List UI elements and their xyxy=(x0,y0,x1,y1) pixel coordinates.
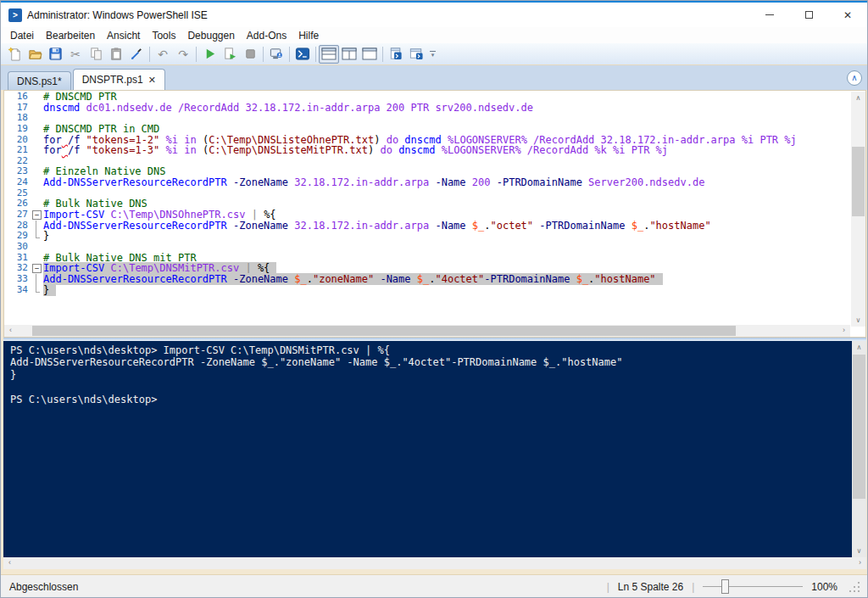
scroll-left-arrow-icon[interactable]: ‹ xyxy=(4,325,17,337)
run-selection-button[interactable] xyxy=(220,45,240,64)
toolbar-overflow-button[interactable]: ▾ xyxy=(430,51,436,57)
line-number: 30 xyxy=(4,242,31,253)
menu-bar: DateiBearbeitenAnsichtToolsDebuggenAdd-O… xyxy=(1,27,867,43)
code-text: dnscmd dc01.ndsedv.de /RecordAdd 32.18.1… xyxy=(43,103,533,114)
zoom-level: 100% xyxy=(811,581,837,593)
minimize-button[interactable] xyxy=(750,3,789,27)
maximize-button[interactable] xyxy=(789,3,828,27)
token-arg: 200 xyxy=(472,176,491,188)
new-remote-powershell-tab-button[interactable] xyxy=(266,45,287,64)
save-button[interactable] xyxy=(45,45,65,64)
paste-button[interactable] xyxy=(106,45,126,64)
show-script-pane-icon xyxy=(409,47,424,61)
editor-vertical-scrollbar[interactable]: ∧ ∨ xyxy=(851,92,865,327)
token-cmd: Add-DNSServerResourceRecordPTR xyxy=(43,176,227,188)
line-number: 19 xyxy=(4,124,31,135)
close-button[interactable]: ✕ xyxy=(828,3,867,27)
code-line-29[interactable]: 29} xyxy=(4,231,850,242)
scroll-right-arrow-icon[interactable]: › xyxy=(837,325,850,337)
menu-item-debuggen[interactable]: Debuggen xyxy=(181,28,240,43)
fold-gutter xyxy=(31,166,43,177)
menu-item-ansicht[interactable]: Ansicht xyxy=(101,28,146,43)
stop-operation-button[interactable] xyxy=(240,45,260,64)
zoom-slider-thumb[interactable] xyxy=(721,579,729,594)
fold-gutter xyxy=(31,231,43,242)
status-separator: | xyxy=(607,581,609,593)
token-str: "octet" xyxy=(490,220,533,232)
script-tabs: DNS.ps1*DNSPTR.ps1✕ xyxy=(8,69,167,90)
console-output[interactable]: PS C:\users\nds\desktop> Import-CSV C:\T… xyxy=(10,344,849,405)
script-tab-active[interactable]: DNSPTR.ps1✕ xyxy=(73,69,165,90)
console-horizontal-scrollbar[interactable]: ‹ › xyxy=(3,557,866,569)
new-script-button[interactable] xyxy=(4,45,25,64)
editor-horizontal-scrollbar[interactable]: ‹ › xyxy=(4,325,850,337)
scroll-up-arrow-icon[interactable]: ∧ xyxy=(851,92,865,104)
fold-collapse-icon[interactable] xyxy=(31,263,43,274)
scroll-down-arrow-icon[interactable]: ∨ xyxy=(852,545,866,557)
menu-item-bearbeiten[interactable]: Bearbeiten xyxy=(40,28,101,43)
token-cmd: dnscmd xyxy=(43,102,80,114)
scroll-up-arrow-icon[interactable]: ∧ xyxy=(852,341,866,354)
code-line-21[interactable]: 21for /f "tokens=1-3" %i in (C:\Temp\DNS… xyxy=(4,145,850,156)
token-str: "hostName" xyxy=(594,273,655,285)
copy-button[interactable] xyxy=(86,45,106,64)
token-par: /f xyxy=(68,144,80,156)
tab-close-icon[interactable]: ✕ xyxy=(148,75,156,86)
code-line-28[interactable]: 28Add-DNSServerResourceRecordPTR -ZoneNa… xyxy=(4,221,850,232)
code-line-33[interactable]: 33Add-DNSServerResourceRecordPTR -ZoneNa… xyxy=(4,274,850,285)
run-script-button[interactable] xyxy=(199,45,220,64)
code-text: } xyxy=(43,231,49,242)
collapse-script-pane-button[interactable]: ∧ xyxy=(847,70,862,86)
clear-console-pane-button[interactable] xyxy=(126,45,147,64)
console-vscroll-thumb[interactable] xyxy=(853,355,865,499)
scroll-down-arrow-icon[interactable]: ∨ xyxy=(851,314,865,327)
close-icon: ✕ xyxy=(843,9,852,21)
code-line-34[interactable]: 34} xyxy=(4,285,850,296)
run-script-icon xyxy=(203,47,217,61)
code-line-24[interactable]: 24Add-DNSServerResourceRecordPTR -ZoneNa… xyxy=(4,177,850,188)
toolbar: ✂ ↶ ↷ ▾ xyxy=(1,43,867,65)
window-title: Administrator: Windows PowerShell ISE xyxy=(27,9,208,21)
editor-vscroll-thumb[interactable] xyxy=(852,147,865,216)
layout-script-pane-maximized-button[interactable] xyxy=(359,45,380,64)
scroll-right-arrow-icon[interactable]: › xyxy=(854,557,866,569)
toolbar-separator xyxy=(263,47,264,62)
script-editor-content[interactable]: 16# DNSCMD PTR17dnscmd dc01.ndsedv.de /R… xyxy=(4,92,850,327)
toolbar-separator xyxy=(382,47,383,62)
console-vertical-scrollbar[interactable]: ∧ ∨ xyxy=(852,341,866,557)
status-bar-right: | Ln 5 Spalte 26 | 100% xyxy=(607,579,860,595)
script-editor-pane[interactable]: 16# DNSCMD PTR17dnscmd dc01.ndsedv.de /R… xyxy=(3,90,866,338)
menu-item-add-ons[interactable]: Add-Ons xyxy=(241,28,292,43)
layout-split-horizontal-icon xyxy=(321,48,337,60)
undo-button[interactable]: ↶ xyxy=(153,45,173,64)
title-bar[interactable]: > Administrator: Windows PowerShell ISE … xyxy=(1,3,867,27)
show-script-pane-button[interactable] xyxy=(406,45,426,64)
resize-grip-icon[interactable] xyxy=(849,582,860,593)
token-cmd: Add-DNSServerResourceRecordPTR xyxy=(43,273,227,285)
redo-button[interactable]: ↷ xyxy=(173,45,193,64)
editor-hscroll-thumb[interactable] xyxy=(32,326,736,336)
cut-button[interactable]: ✂ xyxy=(65,45,86,64)
code-text: for /f "tokens=1-3" %i in (C:\Temp\DNSLi… xyxy=(43,145,668,156)
open-script-button[interactable] xyxy=(25,45,45,64)
fold-collapse-icon[interactable] xyxy=(31,210,43,221)
new-powershell-tab-button[interactable] xyxy=(386,45,406,64)
layout-script-pane-top-button[interactable] xyxy=(319,45,339,64)
zoom-slider[interactable] xyxy=(703,579,803,595)
menu-item-hilfe[interactable]: Hilfe xyxy=(292,28,325,43)
layout-script-pane-right-button[interactable] xyxy=(339,45,359,64)
scroll-left-arrow-icon[interactable]: ‹ xyxy=(3,557,16,569)
token-arg: in xyxy=(184,144,196,156)
line-number: 16 xyxy=(4,92,31,103)
menu-item-tools[interactable]: Tools xyxy=(146,28,181,43)
code-line-17[interactable]: 17dnscmd dc01.ndsedv.de /RecordAdd 32.18… xyxy=(4,103,850,114)
console-pane[interactable]: PS C:\users\nds\desktop> Import-CSV C:\T… xyxy=(3,341,866,569)
start-powershell-exe-button[interactable] xyxy=(292,45,313,64)
token-par: -Name xyxy=(435,176,465,188)
console-line: } xyxy=(10,369,849,381)
token-arg: %LOGONSERVER% /RecordAdd %k %i PTR %j xyxy=(442,144,668,156)
token-cmd: dnscmd xyxy=(398,144,435,156)
zoom-slider-track[interactable] xyxy=(703,586,803,587)
script-tab-inactive[interactable]: DNS.ps1* xyxy=(8,71,71,90)
menu-item-datei[interactable]: Datei xyxy=(4,28,40,43)
